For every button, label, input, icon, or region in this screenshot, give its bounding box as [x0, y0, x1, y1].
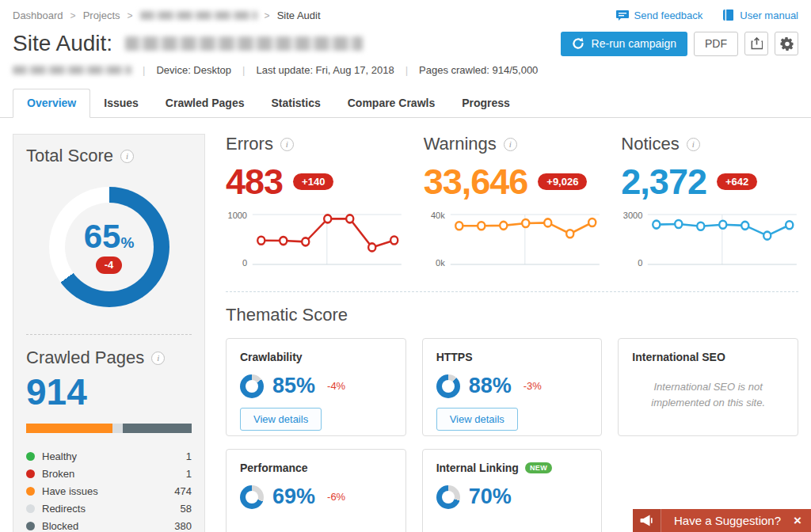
warnings-metric: Warnings i 33,646 +9,026 40k 0k [424, 134, 601, 276]
performance-donut [240, 485, 264, 509]
top-links: Send feedback User manual [616, 10, 798, 21]
legend-label: Broken [42, 468, 74, 480]
pages-crawled-label: Pages crawled: 914/5,000 [419, 64, 538, 76]
performance-card: Performance 69% -6% [226, 449, 406, 532]
legend-label: Blocked [42, 520, 78, 532]
info-icon[interactable]: i [151, 352, 165, 365]
legend-value: 474 [174, 485, 192, 497]
card-title-label: International SEO [632, 351, 725, 363]
warnings-delta-badge: +9,026 [538, 173, 587, 191]
errors-chart-row: 1000 0 [226, 207, 403, 276]
tab-overview[interactable]: Overview [13, 89, 90, 118]
crawled-pages-stacked-bar [26, 424, 192, 433]
speech-bubble-icon [616, 10, 629, 21]
warnings-chart-row: 40k 0k [424, 207, 601, 276]
legend-row-blocked: Blocked 380 [26, 517, 192, 532]
book-icon [723, 10, 734, 21]
errors-count: 483 [226, 164, 283, 200]
blocked-dot [26, 522, 35, 530]
https-percent: 88% [469, 374, 512, 398]
legend-row-redirects: Redirects 58 [26, 500, 192, 517]
rerun-campaign-label: Re-run campaign [592, 37, 676, 50]
legend-row-have-issues: Have issues 474 [26, 482, 192, 500]
total-score-number: 65 [84, 220, 121, 253]
info-icon[interactable]: i [687, 138, 700, 151]
suggestion-banner[interactable]: Have a Suggestion? × [633, 509, 811, 532]
notices-value-row: 2,372 +642 [621, 164, 798, 200]
breadcrumb-dashboard[interactable]: Dashboard [13, 10, 63, 21]
close-icon[interactable]: × [792, 514, 811, 527]
crawlability-card: Crawlability 85% -4% View details [226, 338, 406, 436]
errors-value-row: 483 +140 [226, 164, 403, 200]
info-icon[interactable]: i [280, 138, 294, 151]
tab-statistics[interactable]: Statistics [257, 89, 333, 117]
main-column: Errors i 483 +140 1000 0 War [226, 134, 798, 532]
breadcrumb-projects[interactable]: Projects [83, 10, 120, 21]
legend-label: Redirects [42, 503, 86, 515]
settings-button[interactable] [775, 32, 798, 55]
info-icon[interactable]: i [120, 150, 134, 163]
crawled-pages-count: 914 [26, 373, 192, 411]
pdf-button[interactable]: PDF [694, 32, 738, 56]
y-tick-top: 1000 [228, 211, 247, 220]
tab-compare-crawls[interactable]: Compare Crawls [334, 89, 448, 117]
score-side-panel: Total Score i 65 % -4 Crawled Pages i 91… [13, 134, 205, 532]
notices-chart-row: 3000 0 [621, 207, 798, 276]
legend-row-broken: Broken 1 [26, 465, 192, 482]
meta-separator: | [242, 64, 245, 76]
new-badge: NEW [525, 462, 552, 473]
total-score-header: Total Score i [26, 146, 192, 166]
info-icon[interactable]: i [504, 138, 517, 151]
https-score-row: 88% -3% [436, 374, 588, 398]
gear-icon [780, 37, 794, 51]
send-feedback-label: Send feedback [634, 10, 703, 21]
legend-value: 1 [186, 468, 192, 480]
legend-label: Healthy [42, 450, 77, 462]
warnings-trend-chart [449, 207, 601, 276]
healthy-dot [26, 452, 35, 461]
crawlability-delta: -4% [327, 380, 345, 392]
warnings-header: Warnings i [424, 134, 601, 154]
legend-label: Have issues [42, 485, 98, 497]
https-delta: -3% [524, 380, 542, 392]
refresh-icon [572, 37, 584, 50]
tab-issues[interactable]: Issues [90, 89, 152, 117]
section-divider [226, 291, 798, 292]
overview-content: Total Score i 65 % -4 Crawled Pages i 91… [0, 118, 811, 532]
tab-crawled-pages[interactable]: Crawled Pages [152, 89, 258, 117]
total-score-title: Total Score [26, 146, 113, 166]
https-view-details-button[interactable]: View details [436, 408, 518, 431]
redirects-dot [26, 504, 35, 513]
performance-delta: -6% [327, 491, 345, 503]
panel-divider [26, 334, 192, 335]
https-donut [436, 374, 460, 398]
meta-separator: | [406, 64, 408, 76]
notices-delta-badge: +642 [717, 173, 757, 191]
internal-linking-card: Internal Linking NEW 70% [422, 449, 603, 532]
chevron-right-icon: > [265, 10, 270, 21]
notices-trend-chart [646, 207, 798, 276]
breadcrumb-project-name-blurred[interactable] [140, 11, 257, 20]
international-seo-card-title: International SEO [632, 351, 784, 363]
warnings-count: 33,646 [424, 164, 528, 200]
meta-separator: | [143, 64, 145, 76]
crawlability-view-details-button[interactable]: View details [240, 408, 322, 431]
broken-dot [26, 469, 35, 478]
legend-value: 58 [181, 503, 192, 515]
total-score-donut-center: 65 % -4 [65, 203, 154, 291]
card-title-label: Crawlability [240, 351, 303, 363]
internal-linking-donut [436, 485, 460, 509]
total-score-unit: % [120, 234, 134, 252]
send-feedback-link[interactable]: Send feedback [616, 10, 703, 21]
export-button[interactable] [744, 32, 768, 55]
y-tick-bottom: 0 [242, 258, 247, 268]
user-manual-label: User manual [740, 10, 798, 21]
rerun-campaign-button[interactable]: Re-run campaign [561, 32, 687, 56]
errors-delta-badge: +140 [293, 173, 333, 191]
legend-value: 380 [174, 520, 192, 532]
user-manual-link[interactable]: User manual [723, 10, 798, 21]
tab-progress[interactable]: Progress [448, 89, 524, 117]
y-tick-bottom: 0 [638, 258, 642, 268]
chevron-right-icon: > [128, 10, 133, 21]
last-update-label: Last update: Fri, Aug 17, 2018 [256, 64, 394, 76]
